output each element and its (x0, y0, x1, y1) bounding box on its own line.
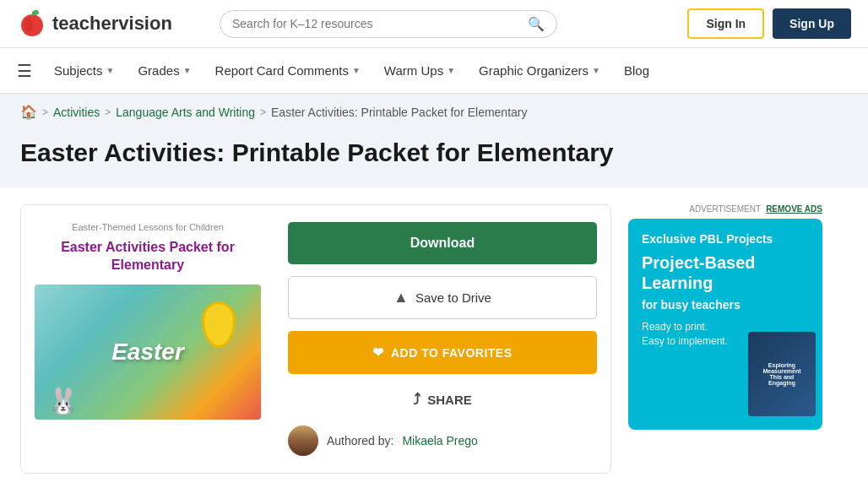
logo-text: teachervision (52, 13, 172, 35)
avatar (288, 426, 318, 456)
main-content: Easter-Themed Lessons for Children Easte… (0, 187, 868, 488)
graphic-organizers-chevron-icon: ▼ (592, 66, 600, 75)
resource-preview: Easter-Themed Lessons for Children Easte… (21, 205, 274, 473)
nav-warm-ups[interactable]: Warm Ups ▼ (374, 48, 465, 93)
ad-label: ADVERTISEMENT REMOVE ADS (628, 204, 822, 214)
save-to-drive-button[interactable]: ▲ Save to Drive (288, 276, 597, 319)
search-input[interactable] (232, 17, 528, 30)
nav-graphic-organizers[interactable]: Graphic Organizers ▼ (469, 48, 610, 93)
breadcrumb-lang-arts[interactable]: Language Arts and Writing (116, 106, 255, 119)
download-button[interactable]: Download (288, 222, 597, 264)
subjects-chevron-icon: ▼ (106, 66, 115, 75)
breadcrumb-sep-1: > (42, 106, 48, 118)
breadcrumb-activities[interactable]: Activities (53, 106, 100, 119)
authored-by: Authored by: Mikaela Prego (288, 426, 597, 456)
page-title: Easter Activities: Printable Packet for … (20, 138, 848, 167)
drive-icon: ▲ (393, 289, 409, 306)
preview-title: Easter Activities Packet for Elementary (35, 239, 261, 274)
breadcrumb-current: Easter Activities: Printable Packet for … (271, 106, 527, 119)
breadcrumb: 🏠 > Activities > Language Arts and Writi… (0, 94, 868, 130)
main-nav: ☰ Subjects ▼ Grades ▼ Report Card Commen… (0, 48, 868, 94)
share-button[interactable]: ⤴ SHARE (288, 386, 597, 414)
logo-apple-icon (17, 8, 47, 39)
nav-blog[interactable]: Blog (614, 48, 659, 93)
easter-word: Easter (111, 339, 184, 366)
header-actions: Sign In Sign Up (687, 8, 851, 39)
nav-subjects[interactable]: Subjects ▼ (44, 48, 124, 93)
nav-grades[interactable]: Grades ▼ (127, 48, 201, 93)
report-card-chevron-icon: ▼ (352, 66, 361, 75)
breadcrumb-home[interactable]: 🏠 (20, 104, 37, 120)
avatar-image (288, 426, 318, 456)
grades-chevron-icon: ▼ (183, 66, 192, 75)
resource-actions: Download ▲ Save to Drive ❤ ADD TO FAVORI… (274, 205, 610, 473)
preview-image: Easter 🐰 (35, 285, 261, 420)
ad-book-text: ExploringMeasurementThis andEngaging (759, 359, 804, 389)
ad-book-image: ExploringMeasurementThis andEngaging (748, 332, 816, 416)
page-title-section: Easter Activities: Printable Packet for … (0, 130, 868, 187)
search-bar[interactable]: 🔍 (220, 10, 557, 38)
svg-point-1 (24, 19, 33, 32)
signup-button[interactable]: Sign Up (773, 8, 851, 39)
search-button[interactable]: 🔍 (528, 16, 545, 32)
heart-icon: ❤ (372, 344, 384, 361)
ad-card[interactable]: Exclusive PBL Projects Project-Based Lea… (628, 219, 822, 430)
add-to-favorites-button[interactable]: ❤ ADD TO FAVORITES (288, 331, 597, 374)
hamburger-menu[interactable]: ☰ (17, 52, 41, 89)
ad-card-sub2: for busy teachers (642, 298, 809, 312)
ad-card-subtitle: Project-Based Learning (642, 252, 809, 293)
resource-card: Easter-Themed Lessons for Children Easte… (20, 204, 611, 474)
signin-button[interactable]: Sign In (687, 8, 764, 39)
breadcrumb-sep-2: > (105, 106, 111, 118)
ad-card-title: Exclusive PBL Projects (642, 232, 809, 246)
sidebar-ad: ADVERTISEMENT REMOVE ADS Exclusive PBL P… (628, 204, 822, 474)
warm-ups-chevron-icon: ▼ (447, 66, 455, 75)
preview-tag: Easter-Themed Lessons for Children (72, 222, 224, 232)
share-icon: ⤴ (413, 391, 420, 409)
breadcrumb-sep-3: > (260, 106, 266, 118)
egg-decoration (202, 301, 236, 348)
remove-ads-button[interactable]: REMOVE ADS (766, 204, 822, 214)
header: teachervision 🔍 Sign In Sign Up (0, 0, 868, 48)
logo-area: teachervision (17, 8, 203, 39)
bunny-decoration-icon: 🐰 (47, 386, 79, 415)
author-name[interactable]: Mikaela Prego (402, 434, 478, 447)
nav-report-card[interactable]: Report Card Comments ▼ (205, 48, 371, 93)
